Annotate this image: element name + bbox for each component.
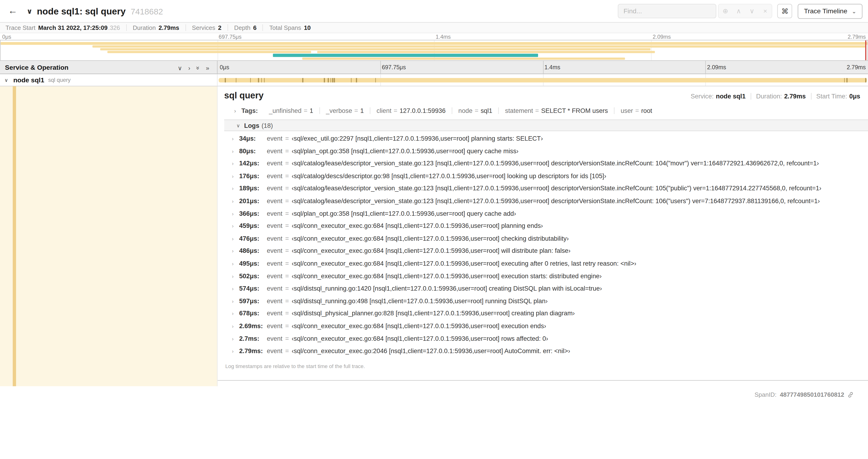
chevron-down-icon[interactable]: ∨	[4, 77, 13, 83]
trace-page: ← ∨ node sql1: sql query 7418682 ⊕∧∨× ⌘ …	[0, 0, 868, 459]
minimap-canvas[interactable]	[0, 40, 868, 61]
tag-key: _unfinished	[269, 107, 302, 114]
log-value: ‹sql/catalog/lease/descriptor_version_st…	[292, 198, 820, 204]
tag-item: statement=SELECT * FROM users	[498, 107, 614, 114]
expand-one-icon[interactable]: ›	[188, 64, 190, 71]
log-entry[interactable]: ›486μs:event=‹sql/conn_executor_exec.go:…	[232, 248, 868, 260]
tag-value: 127.0.0.1:59936	[400, 107, 445, 114]
zoom-result-icon[interactable]: ⊕	[719, 4, 732, 18]
trace-header: ← ∨ node sql1: sql query 7418682 ⊕∧∨× ⌘ …	[0, 0, 868, 23]
log-entry[interactable]: ›34μs:event=‹sql/exec_util.go:2297 [nsql…	[232, 135, 868, 147]
grid-line	[543, 61, 543, 74]
log-entry[interactable]: ›502μs:event=‹sql/conn_executor_exec.go:…	[232, 273, 868, 285]
collapse-trace-icon[interactable]: ∨	[27, 7, 32, 15]
back-button[interactable]: ←	[4, 3, 21, 19]
minimap-span-bar	[107, 51, 311, 53]
log-entry[interactable]: ›80μs:event=‹sql/plan_opt.go:358 [nsql1,…	[232, 147, 868, 160]
log-entry[interactable]: ›476μs:event=‹sql/conn_executor_exec.go:…	[232, 235, 868, 248]
log-key: event	[267, 298, 283, 304]
log-value: ‹sql/distsql_running.go:1420 [nsql1,clie…	[292, 285, 602, 292]
chevron-right-icon: ›	[232, 136, 239, 142]
log-timestamp: 2.69ms:	[239, 323, 264, 329]
log-equals: =	[285, 310, 289, 317]
log-value: ‹sql/catalog/descs/descriptor.go:98 [nsq…	[292, 173, 606, 179]
summary-label: Trace Start	[6, 24, 35, 31]
log-marker-tick	[333, 78, 334, 83]
timeline-axis: 0μs697.75μs1.4ms2.09ms2.79ms	[217, 61, 868, 74]
search-input[interactable]	[618, 4, 717, 19]
log-key: event	[267, 135, 283, 141]
chevron-right-icon: ›	[232, 211, 239, 217]
log-entry[interactable]: ›366μs:event=‹sql/plan_opt.go:358 [nsql1…	[232, 210, 868, 223]
link-icon[interactable]	[847, 392, 854, 398]
log-key: event	[267, 310, 283, 317]
span-row-label[interactable]: ∨ node sql1 sql query	[0, 74, 217, 86]
log-key: event	[267, 223, 283, 229]
log-entry[interactable]: ›142μs:event=‹sql/catalog/lease/descript…	[232, 160, 868, 173]
log-entry[interactable]: ›678μs:event=‹sql/distsql_physical_plann…	[232, 310, 868, 323]
log-entry[interactable]: ›459μs:event=‹sql/conn_executor_exec.go:…	[232, 223, 868, 235]
log-equals: =	[285, 335, 289, 342]
log-equals: =	[285, 147, 289, 154]
logs-toggle[interactable]: ∨ Logs (18)	[224, 120, 868, 131]
span-id-value: 4877749850101760812	[780, 391, 844, 398]
log-entry[interactable]: ›201μs:event=‹sql/catalog/lease/descript…	[232, 198, 868, 210]
log-entry[interactable]: ›2.69ms:event=‹sql/conn_executor_exec.go…	[232, 323, 868, 335]
log-key: event	[267, 248, 283, 254]
timeline-header-row: Service & Operation ∨›»» 0μs697.75μs1.4m…	[0, 61, 868, 74]
meta-value: 0μs	[849, 93, 860, 100]
log-value: ‹sql/conn_executor_exec.go:684 [nsql1,cl…	[292, 248, 570, 254]
page-title: node sql1: sql query	[37, 6, 126, 16]
log-entry[interactable]: ›574μs:event=‹sql/distsql_running.go:142…	[232, 285, 868, 298]
span-detail-title: sql query	[224, 91, 686, 101]
view-dropdown-label: Trace Timeline	[804, 7, 847, 15]
tags-toggle[interactable]: › Tags:	[234, 107, 263, 114]
log-timestamp: 34μs:	[239, 135, 264, 141]
log-timestamp: 201μs:	[239, 198, 264, 204]
log-marker-tick	[331, 78, 331, 83]
view-dropdown[interactable]: Trace Timeline ⌄	[798, 3, 863, 19]
log-entry[interactable]: ›597μs:event=‹sql/distsql_running.go:498…	[232, 298, 868, 310]
clear-search-icon[interactable]: ×	[758, 4, 772, 18]
collapse-all-icon[interactable]: »	[195, 66, 202, 69]
log-entry[interactable]: ›495μs:event=‹sql/conn_executor_exec.go:…	[232, 260, 868, 273]
span-meta: Service:node sql1Duration:2.79msStart Ti…	[686, 93, 860, 100]
log-value: ‹sql/conn_executor_exec.go:684 [nsql1,cl…	[292, 235, 569, 242]
expand-all-icon[interactable]: »	[206, 64, 209, 71]
summary-label: Services	[192, 24, 215, 31]
log-equals: =	[285, 160, 289, 167]
tag-key: client	[377, 107, 392, 114]
keyboard-shortcuts-button[interactable]: ⌘	[777, 4, 793, 19]
log-timestamp: 366μs:	[239, 210, 264, 217]
log-value: ‹sql/conn_executor_exec.go:684 [nsql1,cl…	[292, 335, 548, 342]
log-marker-tick	[865, 78, 866, 83]
log-entry[interactable]: ›189μs:event=‹sql/catalog/lease/descript…	[232, 185, 868, 198]
log-equals: =	[285, 223, 289, 229]
tag-key: statement	[505, 107, 533, 114]
tag-equals: =	[635, 107, 639, 114]
log-value: ‹sql/catalog/lease/descriptor_version_st…	[292, 160, 819, 167]
collapse-one-icon[interactable]: ∨	[178, 64, 182, 71]
find-actions: ⊕∧∨×	[718, 4, 773, 19]
log-timestamp: 2.79ms:	[239, 348, 264, 354]
log-timestamp: 459μs:	[239, 223, 264, 229]
log-marker-tick	[351, 78, 352, 83]
axis-label: 697.75μs	[219, 34, 242, 40]
log-entry[interactable]: ›176μs:event=‹sql/catalog/descs/descript…	[232, 173, 868, 185]
chevron-right-icon: ›	[232, 161, 239, 167]
minimap-span-bar	[302, 58, 625, 60]
meta-label: Start Time:	[816, 93, 847, 100]
log-entry[interactable]: ›2.7ms:event=‹sql/conn_executor_exec.go:…	[232, 335, 868, 348]
next-result-icon[interactable]: ∨	[745, 4, 758, 18]
log-marker-tick	[844, 78, 845, 83]
log-entry[interactable]: ›2.79ms:event=‹sql/conn_executor_exec.go…	[232, 348, 868, 360]
log-value: ‹sql/conn_executor_exec.go:684 [nsql1,cl…	[292, 273, 602, 279]
log-marker-tick	[261, 78, 262, 83]
log-key: event	[267, 260, 283, 267]
prev-result-icon[interactable]: ∧	[732, 4, 745, 18]
log-equals: =	[285, 323, 289, 329]
log-timestamp: 476μs:	[239, 235, 264, 242]
grid-line	[380, 61, 380, 74]
span-detail-header: sql query Service:node sql1Duration:2.79…	[224, 91, 868, 101]
span-bar[interactable]	[219, 78, 867, 83]
